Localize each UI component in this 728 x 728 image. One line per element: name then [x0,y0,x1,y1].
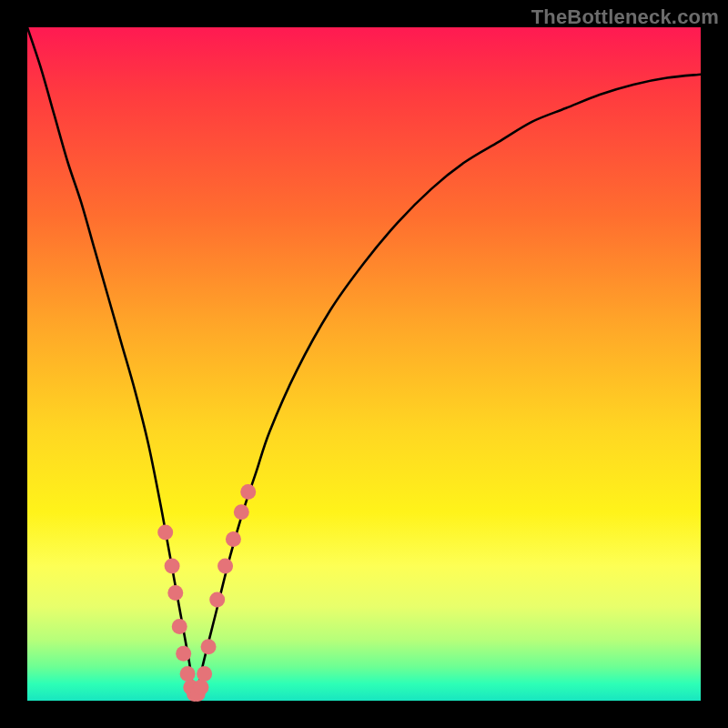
data-markers [157,484,256,702]
data-marker [176,646,191,662]
data-marker [157,525,173,541]
data-marker [180,666,196,682]
data-marker [197,666,212,682]
bottleneck-curve [27,27,701,701]
data-marker [240,484,256,500]
data-marker [217,559,233,574]
data-marker [193,680,208,695]
plot-area [27,27,701,701]
chart-frame: TheBottleneck.com [0,0,728,728]
data-marker [165,559,180,574]
watermark-text: TheBottleneck.com [531,5,719,29]
data-marker [201,639,217,654]
data-marker [167,585,183,601]
data-marker [226,531,241,547]
data-marker [234,504,249,520]
data-marker [172,619,187,634]
bottleneck-curve-svg [27,27,701,701]
data-marker [209,592,225,608]
